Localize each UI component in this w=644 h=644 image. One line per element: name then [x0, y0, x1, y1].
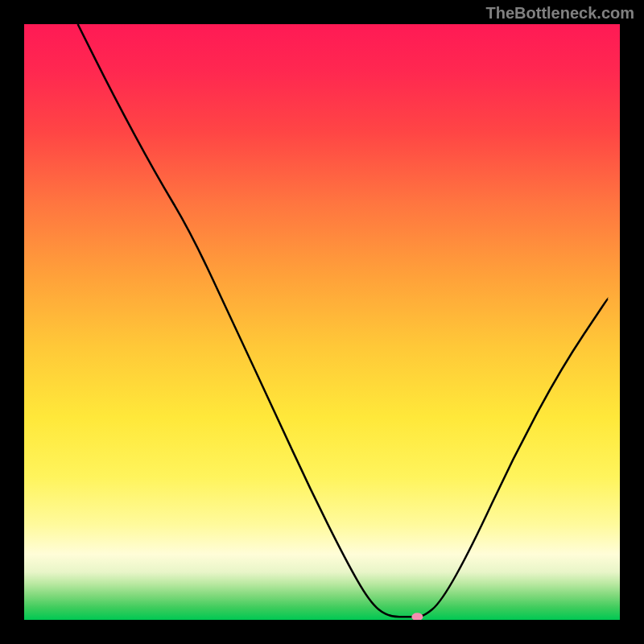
chart-svg	[24, 24, 620, 620]
plot-area	[24, 24, 620, 620]
gradient-background	[24, 24, 620, 620]
watermark-text: TheBottleneck.com	[486, 4, 634, 23]
chart-container: TheBottleneck.com	[0, 0, 644, 644]
